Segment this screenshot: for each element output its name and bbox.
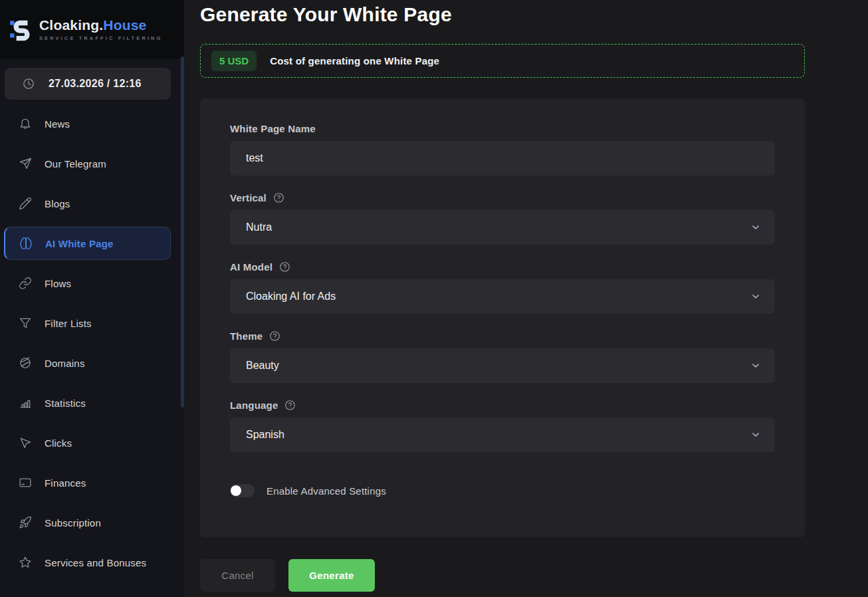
- sidebar-item-subscription[interactable]: Subscription: [0, 503, 184, 542]
- theme-select[interactable]: Beauty: [230, 348, 775, 383]
- sidebar: Cloaking.House SERVICE TRAFFIC FILTERING…: [0, 0, 184, 597]
- vertical-label: Vertical: [230, 192, 267, 203]
- brand-logo-icon: [8, 16, 35, 43]
- sidebar-item-blogs[interactable]: Blogs: [0, 183, 184, 223]
- sidebar-item-clicks[interactable]: Clicks: [0, 423, 184, 463]
- field-vertical: Vertical Nutra: [230, 191, 775, 245]
- brand-tagline: SERVICE TRAFFIC FILTERING: [39, 35, 163, 41]
- help-icon[interactable]: [278, 261, 291, 273]
- datetime-display: 27.03.2026 / 12:16: [5, 68, 171, 100]
- sidebar-item-finances[interactable]: Finances: [0, 463, 184, 503]
- sidebar-item-news[interactable]: News: [0, 104, 184, 144]
- sidebar-item-domains[interactable]: Domains: [0, 343, 184, 383]
- ai-model-label: AI Model: [230, 261, 272, 273]
- sidebar-item-label: Services and Bonuses: [45, 557, 146, 568]
- main-content: Generate Your White Page 5 USD Cost of g…: [184, 0, 868, 597]
- advanced-settings-toggle[interactable]: [230, 484, 255, 497]
- field-ai-model: AI Model Cloaking AI for Ads: [230, 261, 775, 314]
- sidebar-item-flows[interactable]: Flows: [0, 263, 184, 303]
- funnel-icon: [19, 316, 32, 330]
- white-page-name-input[interactable]: [230, 141, 775, 176]
- field-white-page-name: White Page Name: [230, 122, 775, 176]
- brand-text: Cloaking.House SERVICE TRAFFIC FILTERING: [39, 17, 163, 41]
- language-label: Language: [230, 400, 278, 411]
- cancel-button[interactable]: Cancel: [200, 559, 275, 592]
- white-page-form: White Page Name Vertical Nutra AI Model: [200, 98, 805, 537]
- form-actions: Cancel Generate: [200, 559, 868, 592]
- page-title: Generate Your White Page: [200, 0, 868, 29]
- paper-plane-icon: [19, 157, 32, 170]
- sidebar-item-label: Subscription: [45, 517, 101, 529]
- sidebar-item-ai-white-page[interactable]: AI White Page: [4, 227, 171, 260]
- vertical-select-value: Nutra: [246, 221, 750, 233]
- chevron-down-icon: [750, 360, 762, 372]
- bell-icon: [19, 117, 32, 130]
- app-window: Cloaking.House SERVICE TRAFFIC FILTERING…: [0, 0, 868, 597]
- star-icon: [19, 556, 32, 569]
- cost-badge: 5 USD: [211, 51, 257, 71]
- sidebar-item-filter-lists[interactable]: Filter Lists: [0, 303, 184, 343]
- field-language: Language Spanish: [230, 399, 775, 452]
- field-theme: Theme Beauty: [230, 330, 775, 383]
- help-icon[interactable]: [284, 399, 296, 412]
- sidebar-item-our-telegram[interactable]: Our Telegram: [0, 144, 184, 183]
- bar-chart-icon: [19, 396, 32, 410]
- brand-logo[interactable]: Cloaking.House SERVICE TRAFFIC FILTERING: [0, 0, 184, 59]
- chevron-down-icon: [750, 221, 762, 233]
- advanced-settings-label: Enable Advanced Settings: [267, 485, 386, 497]
- sidebar-item-services-and-bonuses[interactable]: Services and Bonuses: [0, 542, 184, 582]
- ai-model-select[interactable]: Cloaking AI for Ads: [230, 279, 775, 314]
- sidebar-item-statistics[interactable]: Statistics: [0, 383, 184, 423]
- sidebar-scrollbar-thumb[interactable]: [181, 57, 184, 408]
- link-icon: [19, 277, 32, 290]
- brand-name-accent: House: [103, 17, 146, 33]
- brand-name: Cloaking.: [39, 17, 103, 33]
- theme-label: Theme: [230, 330, 263, 342]
- generate-button[interactable]: Generate: [288, 559, 375, 592]
- ai-model-select-value: Cloaking AI for Ads: [246, 291, 750, 302]
- cost-banner-text: Cost of generating one White Page: [270, 55, 439, 66]
- theme-select-value: Beauty: [246, 360, 750, 372]
- language-select-value: Spanish: [246, 429, 750, 441]
- language-select[interactable]: Spanish: [230, 418, 775, 452]
- vertical-select[interactable]: Nutra: [230, 210, 775, 245]
- credit-card-icon: [19, 476, 32, 489]
- sidebar-item-label: Statistics: [45, 398, 86, 409]
- help-icon[interactable]: [272, 191, 285, 204]
- sidebar-item-label: News: [45, 118, 70, 130]
- sidebar-item-label: Our Telegram: [45, 158, 106, 170]
- cost-banner: 5 USD Cost of generating one White Page: [200, 44, 805, 78]
- sidebar-item-label: Blogs: [45, 198, 70, 209]
- sidebar-item-label: Clicks: [45, 437, 72, 449]
- sidebar-nav: News Our Telegram Blogs AI White Page Fl…: [0, 104, 184, 582]
- toggle-knob: [231, 485, 241, 496]
- chevron-down-icon: [750, 429, 762, 441]
- sidebar-item-label: Domains: [45, 358, 85, 369]
- white-page-name-label: White Page Name: [230, 123, 316, 134]
- clock-icon: [22, 77, 35, 90]
- brain-icon: [19, 237, 33, 250]
- rocket-icon: [19, 516, 32, 529]
- sidebar-item-label: Finances: [45, 477, 86, 489]
- cursor-icon: [19, 436, 32, 449]
- sidebar-item-label: AI White Page: [45, 238, 114, 249]
- pencil-icon: [19, 197, 32, 210]
- globe-icon: [19, 356, 32, 370]
- sidebar-item-label: Filter Lists: [45, 318, 92, 329]
- datetime-text: 27.03.2026 / 12:16: [49, 78, 142, 90]
- chevron-down-icon: [750, 291, 762, 302]
- advanced-settings-row: Enable Advanced Settings: [230, 484, 775, 497]
- sidebar-item-label: Flows: [45, 278, 71, 289]
- help-icon[interactable]: [269, 330, 281, 342]
